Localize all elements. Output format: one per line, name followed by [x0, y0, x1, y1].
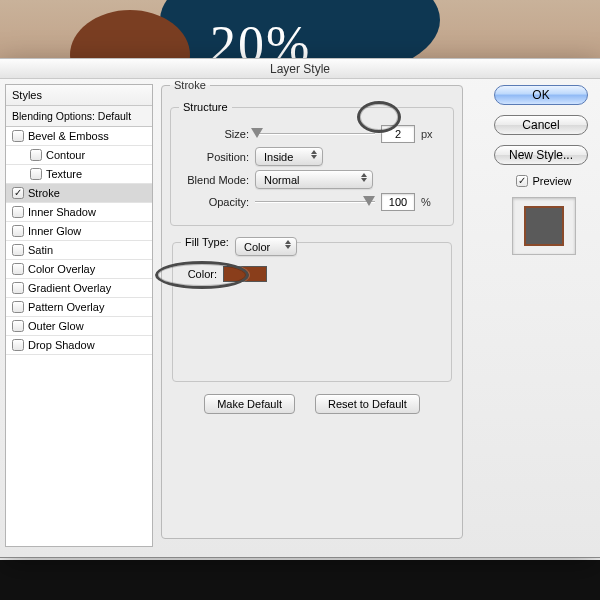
style-row-label: Satin	[28, 244, 53, 256]
style-row-contour[interactable]: Contour	[6, 146, 152, 165]
chevrons-icon	[285, 240, 291, 249]
style-row-gradient-overlay[interactable]: Gradient Overlay	[6, 279, 152, 298]
preview-well	[512, 197, 576, 255]
stroke-legend: Stroke	[170, 79, 210, 91]
checkbox-icon[interactable]	[12, 282, 24, 294]
style-row-texture[interactable]: Texture	[6, 165, 152, 184]
checkbox-icon[interactable]	[12, 339, 24, 351]
checkbox-icon[interactable]	[12, 320, 24, 332]
dialog-title: Layer Style	[0, 59, 600, 79]
structure-group: Structure Size: px Position: Insi	[170, 101, 454, 226]
position-label: Position:	[179, 151, 249, 163]
preview-label: Preview	[532, 175, 571, 187]
checkbox-icon[interactable]	[30, 149, 42, 161]
position-value: Inside	[264, 151, 293, 163]
style-row-label: Inner Shadow	[28, 206, 96, 218]
blend-mode-select[interactable]: Normal	[255, 170, 373, 189]
style-row-label: Drop Shadow	[28, 339, 95, 351]
blend-mode-label: Blend Mode:	[179, 174, 249, 186]
style-row-label: Color Overlay	[28, 263, 95, 275]
fill-type-select[interactable]: Color	[235, 237, 297, 256]
size-label: Size:	[179, 128, 249, 140]
size-unit: px	[421, 128, 433, 140]
style-row-drop-shadow[interactable]: Drop Shadow	[6, 336, 152, 355]
size-slider[interactable]	[255, 127, 375, 141]
checkbox-icon[interactable]	[12, 263, 24, 275]
make-default-button[interactable]: Make Default	[204, 394, 295, 414]
checkbox-icon[interactable]: ✓	[12, 187, 24, 199]
style-row-inner-shadow[interactable]: Inner Shadow	[6, 203, 152, 222]
style-row-color-overlay[interactable]: Color Overlay	[6, 260, 152, 279]
styles-panel: Styles Blending Options: Default Bevel &…	[5, 84, 153, 547]
new-style-button[interactable]: New Style...	[494, 145, 588, 165]
ok-button[interactable]: OK	[494, 85, 588, 105]
position-select[interactable]: Inside	[255, 147, 323, 166]
opacity-input[interactable]	[381, 193, 415, 211]
blending-options-row[interactable]: Blending Options: Default	[6, 106, 152, 127]
fill-type-value: Color	[244, 241, 270, 253]
checkbox-icon[interactable]	[12, 225, 24, 237]
fill-type-label: Fill Type:	[185, 236, 229, 248]
style-row-pattern-overlay[interactable]: Pattern Overlay	[6, 298, 152, 317]
style-row-label: Stroke	[28, 187, 60, 199]
reset-to-default-button[interactable]: Reset to Default	[315, 394, 420, 414]
style-row-label: Outer Glow	[28, 320, 84, 332]
bg-dark-bar	[0, 560, 600, 600]
chevrons-icon	[361, 173, 367, 182]
preview-checkbox[interactable]: ✓	[516, 175, 528, 187]
cancel-button[interactable]: Cancel	[494, 115, 588, 135]
style-row-inner-glow[interactable]: Inner Glow	[6, 222, 152, 241]
structure-legend: Structure	[179, 101, 232, 113]
checkbox-icon[interactable]	[12, 130, 24, 142]
style-row-label: Pattern Overlay	[28, 301, 104, 313]
style-row-label: Texture	[46, 168, 82, 180]
stroke-group: Stroke Structure Size: px Position:	[161, 79, 463, 539]
checkbox-icon[interactable]	[30, 168, 42, 180]
style-row-label: Gradient Overlay	[28, 282, 111, 294]
styles-header[interactable]: Styles	[6, 85, 152, 106]
style-row-stroke[interactable]: ✓ Stroke	[6, 184, 152, 203]
style-row-satin[interactable]: Satin	[6, 241, 152, 260]
style-row-label: Contour	[46, 149, 85, 161]
opacity-slider[interactable]	[255, 195, 375, 209]
preview-swatch	[524, 206, 564, 246]
checkbox-icon[interactable]	[12, 206, 24, 218]
checkbox-icon[interactable]	[12, 301, 24, 313]
opacity-unit: %	[421, 196, 431, 208]
style-row-label: Bevel & Emboss	[28, 130, 109, 142]
style-row-outer-glow[interactable]: Outer Glow	[6, 317, 152, 336]
opacity-label: Opacity:	[179, 196, 249, 208]
blend-mode-value: Normal	[264, 174, 299, 186]
style-row-label: Inner Glow	[28, 225, 81, 237]
size-input[interactable]	[381, 125, 415, 143]
checkbox-icon[interactable]	[12, 244, 24, 256]
color-label: Color:	[181, 268, 217, 280]
color-swatch[interactable]	[223, 266, 267, 282]
layer-style-dialog: Layer Style Styles Blending Options: Def…	[0, 58, 600, 558]
fill-type-group: Fill Type: Color Color:	[172, 236, 452, 382]
chevrons-icon	[311, 150, 317, 159]
style-row-bevel-emboss[interactable]: Bevel & Emboss	[6, 127, 152, 146]
